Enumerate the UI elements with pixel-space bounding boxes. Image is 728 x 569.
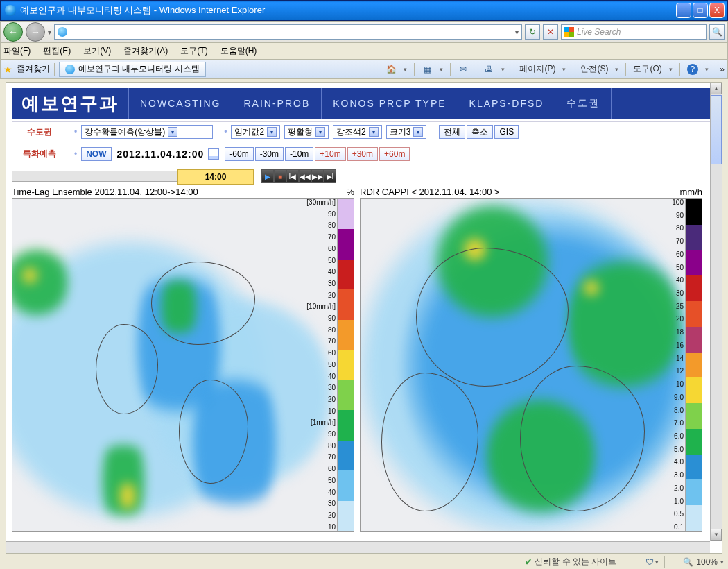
tab-current[interactable]: 예보연구과 내부모니터링 시스템 xyxy=(59,62,206,77)
chart-ensemble-unit: % xyxy=(346,187,354,197)
print-icon[interactable]: 🖶 xyxy=(483,64,494,75)
chart-radar-unit: mm/h xyxy=(680,187,703,197)
prev-frame-button[interactable]: ◀◀ xyxy=(299,169,311,183)
btn-gis[interactable]: GIS xyxy=(494,125,519,139)
chevron-right-icon[interactable]: » xyxy=(720,64,725,74)
menu-tools[interactable]: 도구(T) xyxy=(180,45,207,57)
search-input[interactable]: Live Search xyxy=(561,24,707,40)
tab-bar: ★ 즐겨찾기 예보연구과 내부모니터링 시스템 🏠▾ ▦▾ ✉ 🖶▾ 페이지(P… xyxy=(0,60,728,79)
timeline-track[interactable]: 14:00 xyxy=(12,171,254,182)
tool-page[interactable]: 페이지(P) xyxy=(519,63,555,75)
tab-icon xyxy=(65,65,75,74)
step-p30[interactable]: +30m xyxy=(347,147,378,161)
maximize-button[interactable]: □ xyxy=(693,3,708,18)
side-label-2: 특화예측 xyxy=(12,144,67,164)
play-button[interactable]: ▶ xyxy=(261,169,274,183)
minimize-button[interactable]: _ xyxy=(676,3,691,18)
btn-small[interactable]: 축소 xyxy=(467,125,493,139)
ie-icon xyxy=(5,5,16,16)
select-smooth[interactable]: 평활형▾ xyxy=(284,125,329,139)
step-m10[interactable]: -10m xyxy=(285,147,313,161)
stop-button[interactable]: ✕ xyxy=(543,24,558,40)
menu-file[interactable]: 파일(F) xyxy=(3,45,31,57)
zoom-control[interactable]: 🔍 100% ▾ xyxy=(683,557,724,567)
calendar-icon[interactable] xyxy=(208,148,219,160)
chart-ensemble-map[interactable]: [30mm/h]9080706050403020[10mm/h]90807060… xyxy=(12,198,354,532)
nav-seoul[interactable]: 수도권 xyxy=(555,88,612,119)
address-bar[interactable]: ▾ xyxy=(54,24,522,40)
feeds-icon[interactable]: ▦ xyxy=(422,64,433,75)
tool-tools[interactable]: 도구(O) xyxy=(633,63,661,75)
tab-label: 예보연구과 내부모니터링 시스템 xyxy=(78,63,200,75)
last-frame-button[interactable]: ▶I xyxy=(324,169,336,183)
step-p10[interactable]: +10m xyxy=(315,147,345,161)
select-color[interactable]: 강조색2▾ xyxy=(333,125,382,139)
scroll-up-icon[interactable]: ▲ xyxy=(711,83,722,94)
brand: 예보연구과 xyxy=(12,88,129,119)
timeline-cursor[interactable]: 14:00 xyxy=(177,169,254,185)
page-icon xyxy=(58,27,67,37)
control-row-2: 특화예측 • NOW 2012.11.04.12:00 -60m -30m -1… xyxy=(12,144,716,164)
select-threshold[interactable]: 임계값2▾ xyxy=(231,125,280,139)
step-p60[interactable]: +60m xyxy=(379,147,410,161)
timeline: 14:00 ▶ ■ I◀ ◀◀ ▶▶ ▶I xyxy=(12,169,716,184)
stop-play-button[interactable]: ■ xyxy=(274,169,286,183)
select-product[interactable]: 강수확률예측(앙상블)▾ xyxy=(81,125,213,139)
refresh-button[interactable]: ↻ xyxy=(525,24,540,40)
step-m30[interactable]: -30m xyxy=(255,147,284,161)
window-title: 예보연구과 내부모니터링 시스템 - Windows Internet Expl… xyxy=(20,4,265,17)
search-go-button[interactable]: 🔍 xyxy=(709,24,725,40)
favorites-star-icon[interactable]: ★ xyxy=(3,64,12,75)
chart-ensemble-legend: [30mm/h]9080706050403020[10mm/h]90807060… xyxy=(305,199,336,531)
help-icon[interactable]: ? xyxy=(687,64,698,75)
nav-toolbar: ← → ▾ ▾ ↻ ✕ Live Search 🔍 xyxy=(0,21,728,43)
trusted-site-indicator: ✔ 신뢰할 수 있는 사이트 xyxy=(525,556,616,568)
nav-konos[interactable]: KONOS PRCP TYPE xyxy=(322,88,458,119)
tool-safety[interactable]: 안전(S) xyxy=(580,63,608,75)
chart-radar-legend: 10090807060504030252018161412109.08.07.0… xyxy=(653,199,684,531)
zoom-icon: 🔍 xyxy=(683,557,693,567)
nav-rainprob[interactable]: RAIN-PROB xyxy=(232,88,322,119)
search-placeholder: Live Search xyxy=(577,27,621,37)
site-header: 예보연구과 NOWCASTING RAIN-PROB KONOS PRCP TY… xyxy=(12,88,716,119)
btn-full[interactable]: 전체 xyxy=(439,125,465,139)
menu-fav[interactable]: 즐겨찾기(A) xyxy=(123,45,168,57)
page-scrollbar-horizontal[interactable] xyxy=(6,541,710,553)
menu-view[interactable]: 보기(V) xyxy=(83,45,111,57)
favorites-label[interactable]: 즐겨찾기 xyxy=(17,63,50,75)
back-button[interactable]: ← xyxy=(3,22,23,42)
address-dropdown-icon[interactable]: ▾ xyxy=(515,28,519,36)
chart-radar-map[interactable]: 10090807060504030252018161412109.08.07.0… xyxy=(360,198,702,532)
nav-klaps[interactable]: KLAPS-DFSD xyxy=(458,88,556,119)
forward-button[interactable]: → xyxy=(26,22,45,42)
control-row-1: 수도권 • 강수확률예측(앙상블)▾ • 임계값2▾ 평활형▾ 강조색2▾ 크기… xyxy=(12,121,716,142)
scroll-thumb[interactable] xyxy=(711,95,722,164)
chart-radar-title: RDR CAPPI < 2012.11.04. 14:00 > xyxy=(360,187,500,197)
step-m60[interactable]: -60m xyxy=(225,147,253,161)
menu-help[interactable]: 도움말(H) xyxy=(220,45,257,57)
page-scrollbar-vertical[interactable]: ▲ ▼ xyxy=(710,83,722,541)
select-size[interactable]: 크기3▾ xyxy=(386,125,427,139)
datetime-label: 2012.11.04.12:00 xyxy=(117,148,205,160)
nav-nowcasting[interactable]: NOWCASTING xyxy=(129,88,232,119)
close-button[interactable]: X xyxy=(709,3,725,18)
btn-now[interactable]: NOW xyxy=(81,147,111,161)
chart-ensemble-title: Time-Lag Ensemble 2012.11.04. 12:00->14:… xyxy=(12,187,198,197)
menu-edit[interactable]: 편집(E) xyxy=(43,45,71,57)
chart-ensemble-colorbar xyxy=(337,199,354,531)
page-body: 예보연구과 NOWCASTING RAIN-PROB KONOS PRCP TY… xyxy=(6,82,722,554)
home-icon[interactable]: 🏠 xyxy=(385,64,397,75)
chart-container: Time-Lag Ensemble 2012.11.04. 12:00->14:… xyxy=(12,185,716,532)
checkmark-icon: ✔ xyxy=(525,557,532,567)
live-search-icon xyxy=(564,27,574,37)
next-frame-button[interactable]: ▶▶ xyxy=(311,169,324,183)
menu-bar: 파일(F) 편집(E) 보기(V) 즐겨찾기(A) 도구(T) 도움말(H) xyxy=(0,43,728,60)
protected-mode-icon[interactable]: 🛡 xyxy=(644,557,655,568)
chart-radar-colorbar xyxy=(685,199,702,531)
chart-ensemble: Time-Lag Ensemble 2012.11.04. 12:00->14:… xyxy=(12,185,354,532)
mail-icon[interactable]: ✉ xyxy=(458,64,469,75)
scroll-down-icon[interactable]: ▼ xyxy=(711,529,722,541)
chart-radar: RDR CAPPI < 2012.11.04. 14:00 > mm/h 100… xyxy=(360,185,702,532)
zoom-level: 100% xyxy=(696,557,718,567)
first-frame-button[interactable]: I◀ xyxy=(286,169,299,183)
